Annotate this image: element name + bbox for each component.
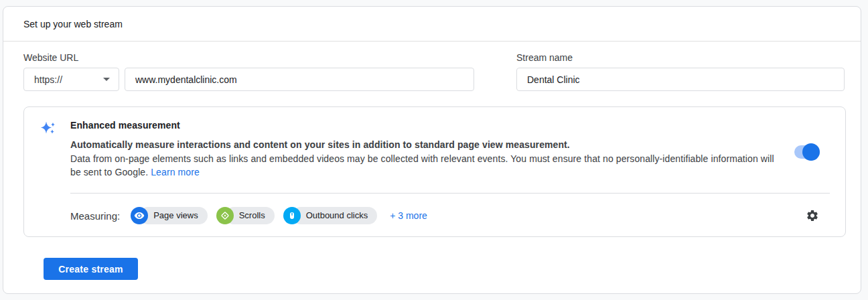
enhanced-measurement-title: Enhanced measurement <box>70 120 829 131</box>
enhanced-measurement-top: Enhanced measurement Automatically measu… <box>24 107 845 193</box>
card-header: Set up your web stream <box>3 7 861 42</box>
chip-label: Outbound clicks <box>292 207 378 224</box>
card-body: Website URL Stream name https:// <box>3 52 861 280</box>
protocol-select[interactable]: https:// <box>23 68 119 91</box>
chip-page-views: Page views <box>131 207 207 224</box>
create-stream-button[interactable]: Create stream <box>44 258 138 280</box>
more-measurements-link[interactable]: + 3 more <box>390 210 427 221</box>
field-labels-row: Website URL Stream name <box>23 52 845 63</box>
gear-icon[interactable] <box>805 208 820 223</box>
measuring-row: Measuring: Page views <box>24 194 845 238</box>
enhanced-measurement-description: Automatically measure interactions and c… <box>70 138 784 179</box>
chip-outbound-clicks: Outbound clicks <box>283 207 378 224</box>
protocol-selected-value: https:// <box>34 74 62 85</box>
web-stream-setup-card: Set up your web stream Website URL Strea… <box>3 6 861 294</box>
website-url-label: Website URL <box>23 52 474 63</box>
mouse-icon <box>283 207 301 224</box>
website-url-input[interactable] <box>125 68 474 91</box>
learn-more-link[interactable]: Learn more <box>151 167 200 177</box>
toggle-thumb <box>802 143 820 161</box>
description-line1: Automatically measure interactions and c… <box>70 139 570 150</box>
enhanced-measurement-toggle[interactable] <box>794 143 820 161</box>
page-title: Set up your web stream <box>23 19 123 29</box>
sparkle-icon <box>40 118 57 193</box>
measuring-label: Measuring: <box>70 210 120 222</box>
enhanced-measurement-card: Enhanced measurement Automatically measu… <box>23 106 846 237</box>
chip-scrolls: Scrolls <box>216 207 275 224</box>
field-inputs-row: https:// <box>23 68 845 91</box>
scroll-diamond-icon <box>216 207 234 224</box>
stream-name-label: Stream name <box>516 52 845 63</box>
enhanced-measurement-content: Enhanced measurement Automatically measu… <box>70 118 829 193</box>
stream-name-input[interactable] <box>516 68 845 91</box>
chevron-down-icon <box>103 78 110 81</box>
chip-label: Page views <box>139 207 207 224</box>
